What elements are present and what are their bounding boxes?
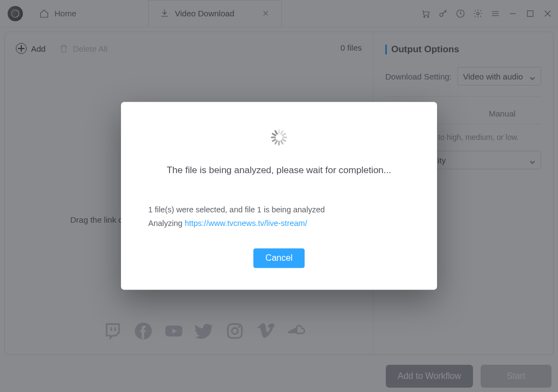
modal-status-line2: Analyzing https://www.tvcnews.tv/live-st… [148, 217, 410, 230]
modal-title: The file is being analyzed, please wait … [148, 165, 410, 176]
analyzing-modal: The file is being analyzed, please wait … [121, 102, 437, 290]
modal-status: 1 file(s) were selected, and file 1 is b… [148, 203, 410, 230]
modal-analyzing-prefix: Analyzing [148, 219, 185, 228]
modal-url-link[interactable]: https://www.tvcnews.tv/live-stream/ [185, 219, 307, 228]
modal-status-line1: 1 file(s) were selected, and file 1 is b… [148, 203, 410, 217]
spinner-icon [271, 129, 287, 145]
cancel-button[interactable]: Cancel [253, 249, 305, 268]
